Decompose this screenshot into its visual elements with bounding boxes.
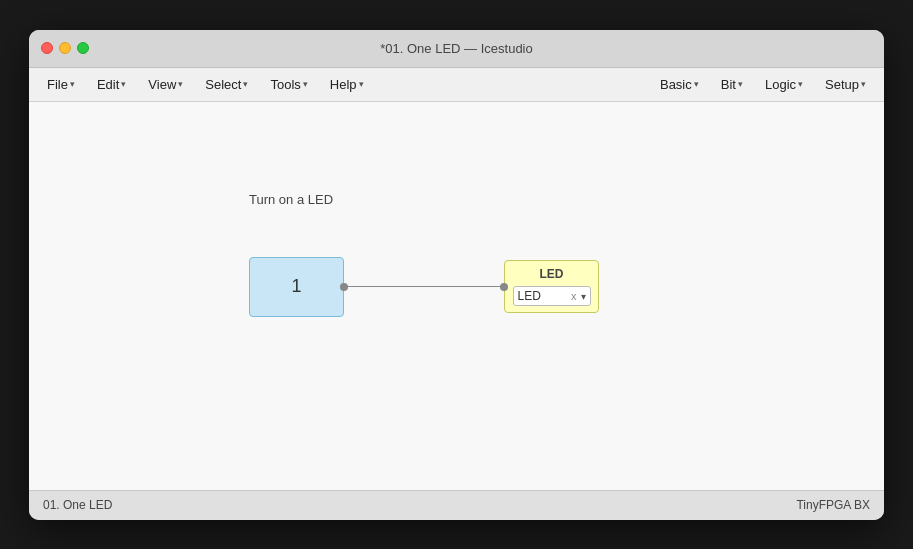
block-container: 1 LED LED x ▾ — [249, 257, 599, 317]
status-device: TinyFPGA BX — [796, 498, 870, 512]
tools-arrow-icon: ▾ — [303, 79, 308, 89]
maximize-button[interactable] — [77, 42, 89, 54]
canvas-area[interactable]: Turn on a LED 1 LED LED x ▾ — [29, 102, 884, 490]
block-constant-value: 1 — [291, 276, 301, 297]
connector-wire — [344, 286, 504, 288]
status-project: 01. One LED — [43, 498, 112, 512]
menu-basic[interactable]: Basic ▾ — [650, 73, 709, 96]
menu-bit[interactable]: Bit ▾ — [711, 73, 753, 96]
led-pin-value: LED — [518, 289, 568, 303]
menu-help[interactable]: Help ▾ — [320, 73, 374, 96]
view-arrow-icon: ▾ — [178, 79, 183, 89]
title-bar: *01. One LED — Icestudio — [29, 30, 884, 68]
menu-setup[interactable]: Setup ▾ — [815, 73, 876, 96]
menu-bar: File ▾ Edit ▾ View ▾ Select ▾ Tools ▾ He… — [29, 68, 884, 102]
menu-tools[interactable]: Tools ▾ — [260, 73, 317, 96]
led-pin-clear-icon[interactable]: x — [571, 290, 577, 302]
block-led[interactable]: LED LED x ▾ — [504, 260, 599, 313]
app-window: *01. One LED — Icestudio File ▾ Edit ▾ V… — [29, 30, 884, 520]
menu-view[interactable]: View ▾ — [138, 73, 193, 96]
output-port — [340, 283, 348, 291]
file-arrow-icon: ▾ — [70, 79, 75, 89]
bit-arrow-icon: ▾ — [738, 79, 743, 89]
block-constant[interactable]: 1 — [249, 257, 344, 317]
menu-file[interactable]: File ▾ — [37, 73, 85, 96]
window-controls — [29, 42, 89, 54]
menu-logic[interactable]: Logic ▾ — [755, 73, 813, 96]
status-bar: 01. One LED TinyFPGA BX — [29, 490, 884, 520]
logic-arrow-icon: ▾ — [798, 79, 803, 89]
help-arrow-icon: ▾ — [359, 79, 364, 89]
menu-select[interactable]: Select ▾ — [195, 73, 258, 96]
minimize-button[interactable] — [59, 42, 71, 54]
led-pin-arrow-icon: ▾ — [581, 291, 586, 302]
menu-group-left: File ▾ Edit ▾ View ▾ Select ▾ Tools ▾ He… — [37, 73, 374, 96]
menu-group-right: Basic ▾ Bit ▾ Logic ▾ Setup ▾ — [650, 73, 876, 96]
input-port — [500, 283, 508, 291]
window-title: *01. One LED — Icestudio — [380, 41, 532, 56]
menu-edit[interactable]: Edit ▾ — [87, 73, 136, 96]
basic-arrow-icon: ▾ — [694, 79, 699, 89]
led-block-title: LED — [540, 267, 564, 281]
led-pin-selector[interactable]: LED x ▾ — [513, 286, 591, 306]
close-button[interactable] — [41, 42, 53, 54]
select-arrow-icon: ▾ — [243, 79, 248, 89]
setup-arrow-icon: ▾ — [861, 79, 866, 89]
canvas-description: Turn on a LED — [249, 192, 333, 207]
edit-arrow-icon: ▾ — [121, 79, 126, 89]
